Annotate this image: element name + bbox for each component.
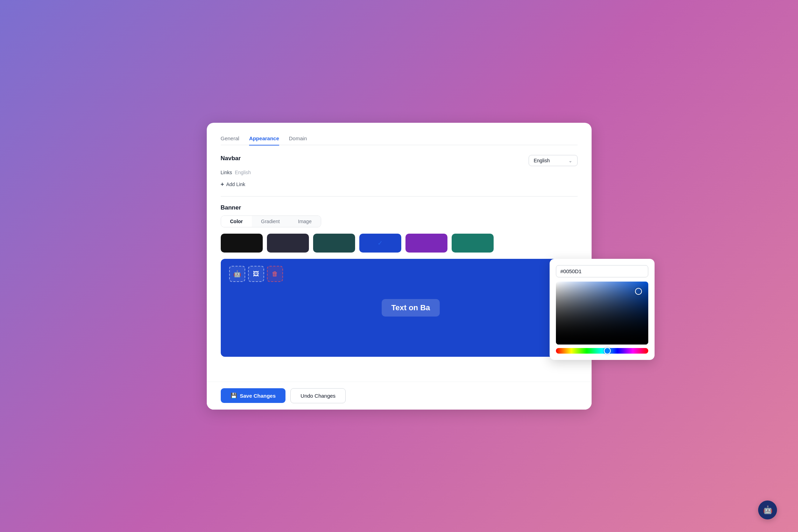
swatch-teal[interactable] — [313, 234, 355, 253]
tab-general[interactable]: General — [221, 135, 239, 146]
trash-icon: 🗑 — [272, 270, 278, 278]
banner-preview: 🤖 🖼 🗑 Text on Ba ✒ — [221, 259, 578, 357]
plus-icon: + — [221, 181, 224, 188]
add-link-label: Add Link — [226, 182, 245, 187]
navbar-section-header: Navbar English ⌄ — [221, 155, 578, 166]
links-label: Links — [221, 170, 232, 175]
swatch-purple[interactable] — [405, 234, 447, 253]
swatch-black[interactable] — [221, 234, 263, 253]
robot-fab-icon: 🤖 — [763, 505, 772, 515]
banner-tabs: Color Gradient Image — [221, 215, 321, 227]
links-lang: English — [235, 170, 251, 175]
banner-delete-button[interactable]: 🗑 — [267, 266, 283, 282]
bottom-bar: 💾 Save Changes Undo Changes — [207, 382, 592, 410]
banner-robot-icon-button[interactable]: 🤖 — [229, 266, 245, 282]
banner-icon-buttons: 🤖 🖼 🗑 — [229, 266, 283, 282]
tab-domain[interactable]: Domain — [289, 135, 307, 146]
banner-tab-image[interactable]: Image — [289, 216, 321, 227]
language-select-value: English — [534, 158, 550, 163]
language-select[interactable]: English ⌄ — [529, 155, 578, 166]
swatch-dark[interactable] — [267, 234, 309, 253]
color-swatches: ✓ — [221, 234, 578, 253]
swatch-blue[interactable]: ✓ — [359, 234, 401, 253]
banner-title: Banner — [221, 204, 578, 211]
spectrum-handle[interactable] — [604, 347, 611, 354]
swatch-green[interactable] — [452, 234, 494, 253]
save-icon: 💾 — [231, 392, 237, 399]
swatch-check-icon: ✓ — [377, 239, 383, 247]
banner-tab-gradient[interactable]: Gradient — [252, 216, 289, 227]
chevron-down-icon: ⌄ — [569, 158, 572, 163]
save-label: Save Changes — [240, 393, 276, 399]
color-picker-popup — [550, 259, 655, 360]
navbar-title: Navbar — [221, 155, 241, 162]
add-link-button[interactable]: + Add Link — [221, 180, 245, 189]
banner-text-overlay: Text on Ba — [381, 299, 440, 317]
color-spectrum-bar[interactable] — [556, 348, 648, 354]
banner-preview-text: Text on Ba — [391, 303, 430, 312]
tab-appearance[interactable]: Appearance — [249, 135, 279, 146]
tabs-bar: General Appearance Domain — [221, 135, 578, 146]
color-gradient-box[interactable] — [556, 282, 648, 345]
image-icon: 🖼 — [253, 270, 259, 278]
robot-icon: 🤖 — [233, 270, 241, 278]
banner-image-icon-button[interactable]: 🖼 — [248, 266, 264, 282]
links-row: Links English — [221, 170, 578, 175]
save-changes-button[interactable]: 💾 Save Changes — [221, 388, 286, 403]
section-divider — [221, 196, 578, 197]
undo-changes-button[interactable]: Undo Changes — [290, 388, 346, 403]
color-hex-input[interactable] — [556, 265, 648, 277]
robot-fab-button[interactable]: 🤖 — [758, 501, 777, 519]
banner-tab-color[interactable]: Color — [221, 216, 252, 227]
settings-card: General Appearance Domain Navbar English… — [207, 123, 592, 410]
color-picker-handle[interactable] — [635, 288, 642, 295]
